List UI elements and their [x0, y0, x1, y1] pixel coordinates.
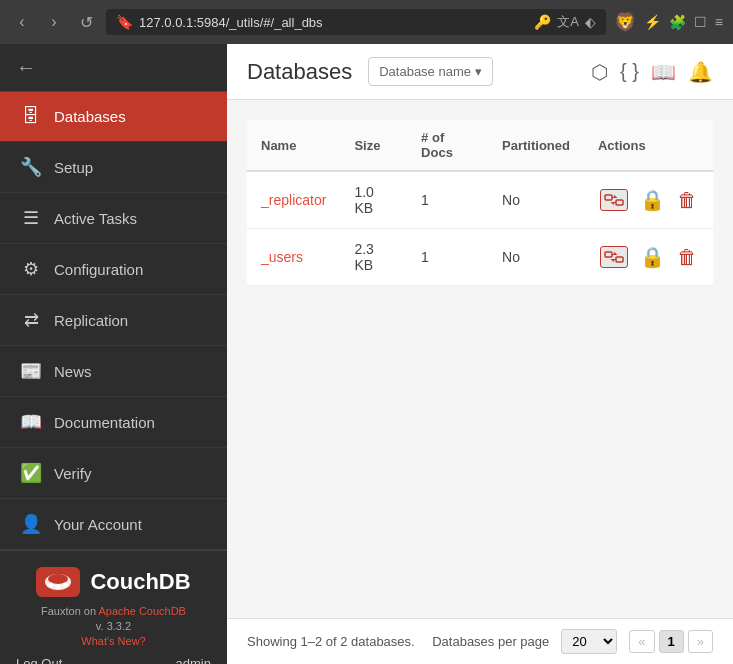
table-row: _replicator 1.0 KB 1 No [247, 171, 713, 229]
server-icon[interactable]: ⬡ [591, 60, 608, 84]
db-docs-cell: 1 [407, 171, 488, 229]
sidebar-item-databases[interactable]: 🗄 Databases [0, 92, 227, 142]
menu-icon[interactable]: ≡ [715, 14, 723, 30]
per-page-label: Databases per page [432, 634, 549, 649]
sidebar-item-verify[interactable]: ✅ Verify [0, 448, 227, 499]
sidebar-item-replication[interactable]: ⇄ Replication [0, 295, 227, 346]
extension-icon: ⚡ [644, 14, 661, 30]
sidebar-item-label-configuration: Configuration [54, 261, 143, 278]
sidebar-item-label-documentation: Documentation [54, 414, 155, 431]
logout-link[interactable]: Log Out [16, 656, 62, 665]
apache-link[interactable]: Apache CouchDB [99, 605, 186, 617]
sidebar-item-your-account[interactable]: 👤 Your Account [0, 499, 227, 550]
browser-toolbar: 🦁 ⚡ 🧩 ☐ ≡ [614, 11, 723, 33]
bookmark-icon: 🔖 [116, 14, 133, 30]
header-icons: ⬡ { } 📖 🔔 [591, 60, 713, 84]
sidebar-item-label-databases: Databases [54, 108, 126, 125]
col-partitioned: Partitioned [488, 120, 584, 171]
sidebar-item-setup[interactable]: 🔧 Setup [0, 142, 227, 193]
fauxton-label: Fauxton on Apache CouchDB [16, 603, 211, 620]
active-tasks-icon: ☰ [20, 207, 42, 229]
sidebar-item-active-tasks[interactable]: ☰ Active Tasks [0, 193, 227, 244]
replicate-icon-1 [600, 246, 628, 268]
db-actions-cell: 🔒 🗑 [584, 229, 713, 286]
app-layout: ← 🗄 Databases 🔧 Setup ☰ Active Tasks ⚙ C… [0, 44, 733, 664]
col-docs: # of Docs [407, 120, 488, 171]
db-name-dropdown[interactable]: Database name ▾ [368, 57, 493, 86]
address-bar[interactable]: 🔖 127.0.0.1:5984/_utils/#/_all_dbs 🔑 文A … [106, 9, 606, 35]
delete-button-0[interactable]: 🗑 [675, 187, 699, 214]
svg-point-3 [56, 585, 61, 590]
lock-button-1[interactable]: 🔒 [638, 243, 667, 271]
lock-button-0[interactable]: 🔒 [638, 186, 667, 214]
share-icon: ⬖ [585, 14, 596, 30]
col-size: Size [340, 120, 407, 171]
setup-icon: 🔧 [20, 156, 42, 178]
main-header: Databases Database name ▾ ⬡ { } 📖 🔔 [227, 44, 733, 100]
bell-icon[interactable]: 🔔 [688, 60, 713, 84]
sidebar-item-label-verify: Verify [54, 465, 92, 482]
db-size-cell: 1.0 KB [340, 171, 407, 229]
svg-rect-7 [605, 252, 612, 257]
delete-button-1[interactable]: 🗑 [675, 244, 699, 271]
whats-new-link[interactable]: What's New? [81, 635, 145, 647]
svg-point-2 [49, 583, 54, 588]
prev-page-button[interactable]: « [629, 630, 654, 653]
sidebar-item-news[interactable]: 📰 News [0, 346, 227, 397]
sidebar-back-button[interactable]: ← [16, 56, 36, 79]
couch-logo: CouchDB [16, 567, 211, 597]
couchdb-logo-icon [36, 567, 80, 597]
db-size-cell: 2.3 KB [340, 229, 407, 286]
replicate-button-1[interactable] [598, 244, 630, 270]
book-icon[interactable]: 📖 [651, 60, 676, 84]
back-button[interactable]: ‹ [10, 10, 34, 34]
db-partitioned-cell: No [488, 171, 584, 229]
main-footer: Showing 1–2 of 2 databases. Databases pe… [227, 618, 733, 664]
svg-point-4 [63, 583, 68, 588]
col-name: Name [247, 120, 340, 171]
delete-icon-1: 🗑 [677, 246, 697, 268]
sidebar-item-label-your-account: Your Account [54, 516, 142, 533]
reload-button[interactable]: ↺ [74, 10, 98, 34]
extensions-icon: 🧩 [669, 14, 686, 30]
db-name-cell: _users [247, 229, 340, 286]
table-body: _replicator 1.0 KB 1 No [247, 171, 713, 286]
lock-icon: 🔑 [534, 14, 551, 30]
documentation-icon: 📖 [20, 411, 42, 433]
showing-text: Showing 1–2 of 2 databases. [247, 634, 420, 649]
svg-rect-5 [605, 195, 612, 200]
db-name-link[interactable]: _replicator [261, 192, 326, 208]
sidebar-item-configuration[interactable]: ⚙ Configuration [0, 244, 227, 295]
pagination: « 1 » [629, 630, 713, 653]
code-icon[interactable]: { } [620, 60, 639, 83]
browser-chrome: ‹ › ↺ 🔖 127.0.0.1:5984/_utils/#/_all_dbs… [0, 0, 733, 44]
action-icons: 🔒 🗑 [598, 243, 699, 271]
db-name-link[interactable]: _users [261, 249, 303, 265]
sidebar-item-label-setup: Setup [54, 159, 93, 176]
db-name-placeholder: Database name [379, 64, 471, 79]
admin-user-link[interactable]: admin [176, 656, 211, 665]
sidebar-footer: CouchDB Fauxton on Apache CouchDB v. 3.3… [0, 550, 227, 664]
per-page-select[interactable]: 20 10 30 50 100 [561, 629, 617, 654]
db-docs-cell: 1 [407, 229, 488, 286]
databases-content: Name Size # of Docs Partitioned Actions … [227, 100, 733, 618]
current-page-button[interactable]: 1 [659, 630, 684, 653]
profile-icon: ☐ [694, 14, 707, 30]
sidebar-item-label-news: News [54, 363, 92, 380]
your-account-icon: 👤 [20, 513, 42, 535]
next-page-button[interactable]: » [688, 630, 713, 653]
page-title: Databases [247, 59, 352, 85]
verify-icon: ✅ [20, 462, 42, 484]
lock-icon-1: 🔒 [640, 246, 665, 268]
couchdb-brand-name: CouchDB [90, 569, 190, 595]
brave-icon: 🦁 [614, 11, 636, 33]
dropdown-chevron-icon: ▾ [475, 64, 482, 79]
svg-rect-8 [616, 257, 623, 262]
sidebar-logout-row: Log Out admin [16, 656, 211, 665]
sidebar-item-documentation[interactable]: 📖 Documentation [0, 397, 227, 448]
replicate-button-0[interactable] [598, 187, 630, 213]
version-label: v. 3.3.2 [16, 620, 211, 632]
forward-button[interactable]: › [42, 10, 66, 34]
replication-icon: ⇄ [20, 309, 42, 331]
databases-table: Name Size # of Docs Partitioned Actions … [247, 120, 713, 286]
